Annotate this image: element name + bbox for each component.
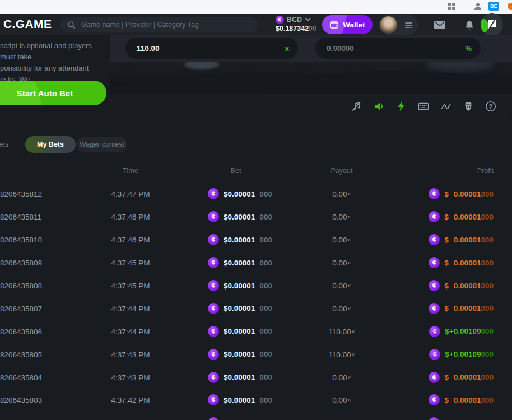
help-icon[interactable]: ? (485, 101, 496, 112)
bet-amount: ¢ $0.00001000 (208, 303, 272, 314)
game-highlight-shape (426, 62, 494, 72)
table-row[interactable]: 8206435808 4:37:45 PM ¢ $0.00001000 0.00… (0, 274, 512, 297)
bcd-coin-icon: ¢ (429, 188, 440, 199)
bcd-coin-icon: ¢ (208, 394, 219, 405)
hotkeys-icon[interactable] (418, 101, 429, 112)
table-row[interactable]: 8206435803 4:37:42 PM ¢ $0.00001000 0.00… (0, 389, 512, 412)
table-row[interactable]: 8206435810 4:37:46 PM ¢ $0.00001000 0.00… (0, 228, 512, 251)
bcd-coin-icon: ¢ (208, 372, 219, 383)
game-search-bar[interactable] (60, 17, 258, 32)
turbo-icon[interactable] (395, 101, 407, 112)
win-chance-input[interactable]: 0.90000 % (315, 38, 481, 59)
table-row[interactable]: ¢ $0.00001000 ¢ $0.00001000 (0, 412, 512, 420)
bc-game-page: DE C.GAME ¢ BCD $0.18734200 Wallet (0, 0, 512, 420)
start-auto-bet-button[interactable]: Start Auto Bet (0, 81, 106, 105)
bet-id: 8206435804 (0, 373, 42, 381)
bet-payout: 0.00× (308, 190, 375, 198)
bell-icon[interactable] (464, 20, 474, 31)
bcd-coin-icon: ¢ (208, 234, 219, 245)
bet-amount: ¢ $0.00001000 (208, 394, 272, 405)
table-row[interactable]: 8206435812 4:37:47 PM ¢ $0.00001000 0.00… (0, 183, 512, 206)
browser-top-strip: DE (0, 0, 512, 15)
bcd-coin-icon: ¢ (429, 280, 440, 291)
live-chat-button[interactable] (481, 13, 503, 36)
bet-id: 8206435806 (0, 327, 42, 335)
user-avatar[interactable] (380, 16, 397, 34)
bcd-coin-icon: ¢ (208, 303, 219, 314)
bet-profit: ¢ $0.00001000 (429, 372, 494, 383)
bet-payout: 0.00× (308, 213, 375, 221)
bet-time: 4:37:44 PM (97, 327, 164, 335)
bcd-coin-icon: ¢ (208, 326, 219, 337)
win-chance-value: 0.90000 (327, 44, 354, 53)
translate-extension-badge[interactable]: DE (488, 2, 499, 11)
bet-time: 4:37:43 PM (97, 350, 164, 358)
search-icon (67, 21, 76, 29)
multiplier-suffix: x (285, 44, 289, 53)
bet-id: 8206435807 (0, 304, 42, 312)
bet-amount: ¢ $0.00001000 (208, 211, 272, 222)
bet-time: 4:37:46 PM (97, 236, 164, 244)
svg-text:?: ? (489, 103, 493, 110)
tab-all-bets[interactable]: All Bets (0, 136, 10, 153)
bet-id: 8206435812 (0, 190, 42, 198)
balance-amount-trailing: 00 (309, 25, 316, 32)
game-toolbar: ? (110, 94, 512, 119)
table-row[interactable]: 8206435806 4:37:44 PM ¢ $0.00001000 110.… (0, 320, 512, 343)
menu-list-icon (404, 21, 413, 29)
bcd-coin-icon: ¢ (429, 326, 440, 337)
header-time: Time (97, 167, 164, 175)
wallet-icon (329, 21, 339, 29)
bcd-coin-icon: ¢ (429, 303, 440, 314)
chevron-down-icon (305, 17, 311, 22)
payout-multiplier-input[interactable]: 110.00 x (125, 38, 298, 59)
bet-payout: 0.00× (308, 259, 375, 267)
bcd-coin-icon: ¢ (208, 280, 219, 291)
bet-payout: 0.00× (308, 373, 375, 381)
browser-extension-icon[interactable] (447, 2, 456, 10)
mail-icon[interactable] (434, 20, 446, 30)
bet-profit: ¢ $+0.00109000 (429, 326, 494, 337)
bet-profit: ¢ $0.00001000 (429, 234, 494, 245)
table-row[interactable]: 8206435804 4:37:43 PM ¢ $0.00001000 0.00… (0, 366, 512, 389)
user-menu[interactable] (379, 15, 418, 35)
bcd-coin-icon: ¢ (429, 394, 440, 405)
table-row[interactable]: 8206435807 4:37:44 PM ¢ $0.00001000 0.00… (0, 297, 512, 320)
balance-selector[interactable]: ¢ BCD $0.18734200 (276, 15, 327, 33)
header-bet: Bet (208, 167, 264, 175)
table-row[interactable]: 8206435809 4:37:45 PM ¢ $0.00001000 0.00… (0, 251, 512, 274)
bet-profit: ¢ $0.00001000 (429, 394, 494, 405)
table-row[interactable]: 8206435811 4:37:46 PM ¢ $0.00001000 0.00… (0, 206, 512, 228)
bcd-coin-icon: ¢ (208, 211, 219, 222)
browser-profile-icon[interactable] (473, 2, 482, 10)
bet-id: 8206435810 (0, 236, 42, 244)
site-header: C.GAME ¢ BCD $0.18734200 Wallet (0, 14, 512, 35)
sound-icon[interactable] (373, 101, 384, 112)
seed-icon[interactable] (463, 101, 474, 112)
wallet-label: Wallet (343, 21, 365, 29)
bc-game-logo[interactable]: C.GAME (3, 17, 52, 31)
bet-id: 8206435808 (0, 282, 42, 290)
bet-payout: 110.00× (308, 350, 375, 358)
bcd-coin-icon: ¢ (208, 188, 219, 199)
bet-profit: ¢ $0.00001000 (429, 211, 494, 222)
bcd-coin-icon: ¢ (208, 349, 219, 360)
table-row[interactable]: 8206435805 4:37:43 PM ¢ $0.00001000 110.… (0, 343, 512, 366)
balance-amount: $0.187342 (276, 25, 309, 32)
music-muted-icon[interactable] (351, 101, 362, 112)
live-stats-icon[interactable] (440, 101, 452, 112)
header-profit: Profit (477, 167, 494, 175)
bet-payout: 0.00× (308, 236, 375, 244)
bet-payout: 0.00× (308, 282, 375, 290)
wallet-button[interactable]: Wallet (322, 15, 373, 34)
search-input[interactable] (80, 20, 250, 29)
bcd-coin-icon: ¢ (429, 257, 440, 268)
chat-icon (486, 18, 498, 31)
tab-my-bets[interactable]: My Bets (25, 136, 76, 153)
bet-amount: ¢ $0.00001000 (208, 280, 272, 291)
bet-profit: ¢ $0.00001000 (429, 188, 494, 199)
bet-payout: 0.00× (308, 304, 375, 312)
bet-amount: ¢ $0.00001000 (208, 188, 272, 199)
bcd-coin-icon: ¢ (208, 417, 219, 420)
tab-wager-contest[interactable]: Wager contest (77, 137, 127, 152)
